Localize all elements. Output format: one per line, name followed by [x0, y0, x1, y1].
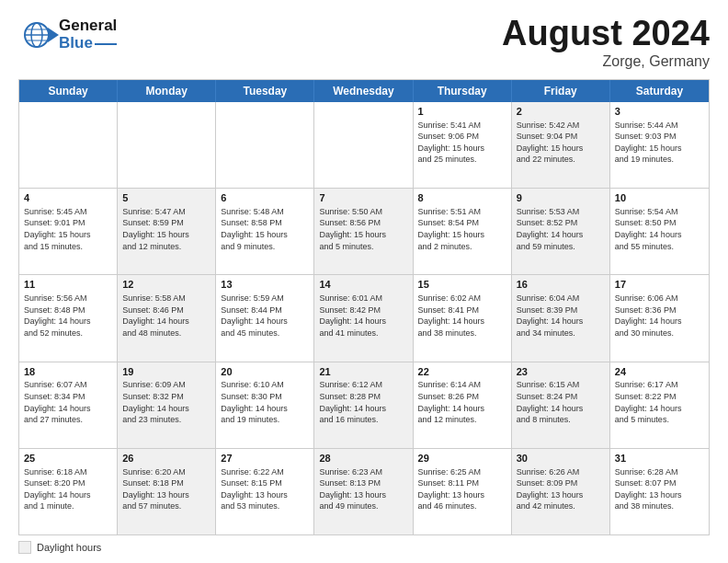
calendar-cell: 13Sunrise: 5:59 AM Sunset: 8:44 PM Dayli…	[216, 275, 314, 361]
calendar-cell: 7Sunrise: 5:50 AM Sunset: 8:56 PM Daylig…	[314, 189, 413, 274]
calendar-title: August 2024	[502, 15, 710, 53]
day-info: Sunrise: 6:25 AM Sunset: 8:11 PM Dayligh…	[418, 466, 506, 512]
calendar-cell: 11Sunrise: 5:56 AM Sunset: 8:48 PM Dayli…	[19, 275, 118, 361]
calendar-cell: 23Sunrise: 6:15 AM Sunset: 8:24 PM Dayli…	[512, 362, 610, 448]
day-info: Sunrise: 5:51 AM Sunset: 8:54 PM Dayligh…	[418, 206, 506, 252]
day-number: 20	[221, 365, 309, 379]
calendar-row-2: 4Sunrise: 5:45 AM Sunset: 9:01 PM Daylig…	[19, 188, 709, 274]
day-info: Sunrise: 6:26 AM Sunset: 8:09 PM Dayligh…	[517, 466, 605, 512]
calendar-cell: 16Sunrise: 6:04 AM Sunset: 8:39 PM Dayli…	[512, 275, 610, 361]
day-info: Sunrise: 5:44 AM Sunset: 9:03 PM Dayligh…	[615, 120, 704, 166]
logo: General Blue	[18, 15, 117, 55]
day-number: 11	[24, 278, 112, 292]
day-number: 4	[24, 191, 112, 205]
logo-general-text: General	[59, 17, 117, 35]
calendar-cell: 22Sunrise: 6:14 AM Sunset: 8:26 PM Dayli…	[414, 362, 512, 448]
calendar-cell: 1Sunrise: 5:41 AM Sunset: 9:06 PM Daylig…	[414, 102, 512, 188]
logo-icon	[18, 15, 59, 55]
title-block: August 2024 Zorge, Germany	[502, 15, 710, 70]
day-number: 3	[615, 105, 704, 119]
day-info: Sunrise: 5:41 AM Sunset: 9:06 PM Dayligh…	[418, 120, 506, 166]
day-info: Sunrise: 5:53 AM Sunset: 8:52 PM Dayligh…	[517, 206, 605, 252]
calendar-cell: 2Sunrise: 5:42 AM Sunset: 9:04 PM Daylig…	[512, 102, 610, 188]
day-info: Sunrise: 6:17 AM Sunset: 8:22 PM Dayligh…	[615, 379, 704, 425]
day-info: Sunrise: 6:12 AM Sunset: 8:28 PM Dayligh…	[319, 379, 407, 425]
calendar-row-4: 18Sunrise: 6:07 AM Sunset: 8:34 PM Dayli…	[19, 362, 709, 448]
day-number: 22	[418, 365, 506, 379]
day-number: 23	[517, 365, 605, 379]
day-info: Sunrise: 6:23 AM Sunset: 8:13 PM Dayligh…	[319, 466, 407, 512]
day-number: 8	[418, 191, 506, 205]
day-info: Sunrise: 5:47 AM Sunset: 8:59 PM Dayligh…	[122, 206, 210, 252]
calendar-cell: 5Sunrise: 5:47 AM Sunset: 8:59 PM Daylig…	[118, 189, 216, 274]
calendar-cell	[216, 102, 314, 188]
day-number: 12	[122, 278, 210, 292]
calendar-cell: 31Sunrise: 6:28 AM Sunset: 8:07 PM Dayli…	[610, 449, 709, 534]
day-info: Sunrise: 6:22 AM Sunset: 8:15 PM Dayligh…	[221, 466, 309, 512]
calendar-cell: 28Sunrise: 6:23 AM Sunset: 8:13 PM Dayli…	[314, 449, 413, 534]
day-info: Sunrise: 5:42 AM Sunset: 9:04 PM Dayligh…	[517, 120, 605, 166]
logo-blue-text: Blue	[59, 35, 93, 52]
header-day-friday: Friday	[512, 80, 610, 102]
calendar-cell: 24Sunrise: 6:17 AM Sunset: 8:22 PM Dayli…	[610, 362, 709, 448]
calendar-cell: 27Sunrise: 6:22 AM Sunset: 8:15 PM Dayli…	[216, 449, 314, 534]
day-number: 21	[319, 365, 407, 379]
day-info: Sunrise: 6:15 AM Sunset: 8:24 PM Dayligh…	[517, 379, 605, 425]
logo-text: General Blue	[59, 17, 117, 52]
header: General Blue August 2024 Zorge, Germany	[18, 15, 710, 70]
calendar-cell	[118, 102, 216, 188]
day-number: 6	[221, 191, 309, 205]
legend: Daylight hours	[18, 541, 710, 554]
legend-box	[18, 541, 31, 554]
page: General Blue August 2024 Zorge, Germany …	[0, 0, 728, 563]
day-info: Sunrise: 5:48 AM Sunset: 8:58 PM Dayligh…	[221, 206, 309, 252]
legend-label: Daylight hours	[37, 542, 101, 553]
day-number: 9	[517, 191, 605, 205]
day-number: 29	[418, 452, 506, 465]
day-info: Sunrise: 5:45 AM Sunset: 9:01 PM Dayligh…	[24, 206, 112, 252]
calendar-cell: 17Sunrise: 6:06 AM Sunset: 8:36 PM Dayli…	[610, 275, 709, 361]
calendar-cell: 10Sunrise: 5:54 AM Sunset: 8:50 PM Dayli…	[610, 189, 709, 274]
day-info: Sunrise: 6:14 AM Sunset: 8:26 PM Dayligh…	[418, 379, 506, 425]
day-number: 30	[517, 452, 605, 465]
day-number: 2	[517, 105, 605, 119]
day-info: Sunrise: 6:02 AM Sunset: 8:41 PM Dayligh…	[418, 293, 506, 339]
day-info: Sunrise: 6:04 AM Sunset: 8:39 PM Dayligh…	[517, 293, 605, 339]
calendar-cell: 14Sunrise: 6:01 AM Sunset: 8:42 PM Dayli…	[314, 275, 413, 361]
calendar-cell: 18Sunrise: 6:07 AM Sunset: 8:34 PM Dayli…	[19, 362, 118, 448]
day-info: Sunrise: 6:10 AM Sunset: 8:30 PM Dayligh…	[221, 379, 309, 425]
calendar-cell: 19Sunrise: 6:09 AM Sunset: 8:32 PM Dayli…	[118, 362, 216, 448]
calendar-row-3: 11Sunrise: 5:56 AM Sunset: 8:48 PM Dayli…	[19, 274, 709, 361]
calendar-cell: 20Sunrise: 6:10 AM Sunset: 8:30 PM Dayli…	[216, 362, 314, 448]
day-info: Sunrise: 5:59 AM Sunset: 8:44 PM Dayligh…	[221, 293, 309, 339]
calendar-subtitle: Zorge, Germany	[502, 53, 710, 70]
day-number: 16	[517, 278, 605, 292]
day-info: Sunrise: 6:06 AM Sunset: 8:36 PM Dayligh…	[615, 293, 704, 339]
calendar-cell: 30Sunrise: 6:26 AM Sunset: 8:09 PM Dayli…	[512, 449, 610, 534]
calendar-cell: 3Sunrise: 5:44 AM Sunset: 9:03 PM Daylig…	[610, 102, 709, 188]
calendar-row-5: 25Sunrise: 6:18 AM Sunset: 8:20 PM Dayli…	[19, 448, 709, 534]
day-number: 31	[615, 452, 704, 465]
header-day-tuesday: Tuesday	[216, 80, 314, 102]
day-number: 15	[418, 278, 506, 292]
day-info: Sunrise: 6:28 AM Sunset: 8:07 PM Dayligh…	[615, 466, 704, 512]
header-day-monday: Monday	[118, 80, 216, 102]
header-day-thursday: Thursday	[414, 80, 512, 102]
calendar-header: SundayMondayTuesdayWednesdayThursdayFrid…	[19, 80, 709, 102]
day-number: 10	[615, 191, 704, 205]
day-number: 25	[24, 452, 112, 465]
calendar-cell: 6Sunrise: 5:48 AM Sunset: 8:58 PM Daylig…	[216, 189, 314, 274]
header-day-sunday: Sunday	[19, 80, 118, 102]
header-day-wednesday: Wednesday	[314, 80, 413, 102]
day-number: 5	[122, 191, 210, 205]
day-number: 19	[122, 365, 210, 379]
day-number: 17	[615, 278, 704, 292]
calendar-cell: 12Sunrise: 5:58 AM Sunset: 8:46 PM Dayli…	[118, 275, 216, 361]
day-info: Sunrise: 6:01 AM Sunset: 8:42 PM Dayligh…	[319, 293, 407, 339]
calendar-cell: 9Sunrise: 5:53 AM Sunset: 8:52 PM Daylig…	[512, 189, 610, 274]
day-info: Sunrise: 5:56 AM Sunset: 8:48 PM Dayligh…	[24, 293, 112, 339]
calendar-cell: 26Sunrise: 6:20 AM Sunset: 8:18 PM Dayli…	[118, 449, 216, 534]
day-number: 27	[221, 452, 309, 465]
day-number: 7	[319, 191, 407, 205]
day-info: Sunrise: 6:09 AM Sunset: 8:32 PM Dayligh…	[122, 379, 210, 425]
